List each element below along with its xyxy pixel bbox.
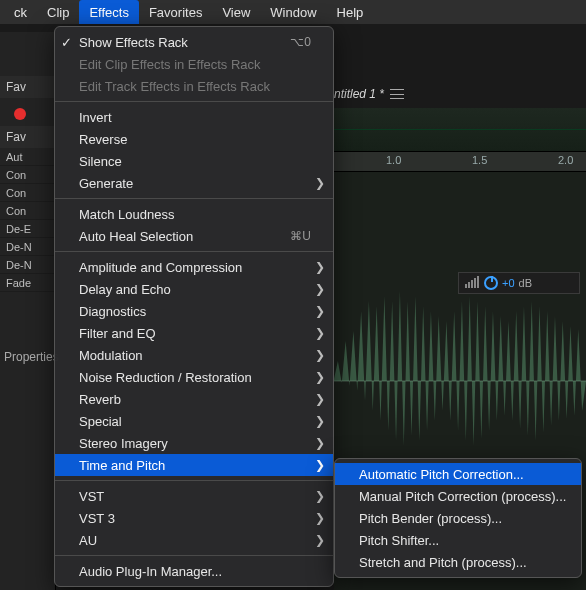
volume-knob-icon[interactable] <box>484 276 498 290</box>
menu-item-label: Edit Track Effects in Effects Rack <box>79 79 270 94</box>
menu-item-modulation[interactable]: Modulation❯ <box>55 344 333 366</box>
submenu-item-pitch-shifter[interactable]: Pitch Shifter... <box>335 529 581 551</box>
submenu-item-label: Pitch Shifter... <box>359 533 439 548</box>
chevron-right-icon: ❯ <box>315 533 325 547</box>
sidebar: Fav FavAutConConConDe-EDe-NDe-NFade <box>0 32 56 590</box>
menu-item-reverse[interactable]: Reverse <box>55 128 333 150</box>
effects-menu: ✓Show Effects Rack⌥0Edit Clip Effects in… <box>54 26 334 587</box>
menu-item-auto-heal-selection[interactable]: Auto Heal Selection⌘U <box>55 225 333 247</box>
menu-help[interactable]: Help <box>327 0 374 24</box>
ruler-tick: 2.0 <box>558 154 573 166</box>
submenu-item-label: Stretch and Pitch (process)... <box>359 555 527 570</box>
chevron-right-icon: ❯ <box>315 304 325 318</box>
time-and-pitch-submenu: Automatic Pitch Correction...Manual Pitc… <box>334 458 582 578</box>
volume-unit: dB <box>519 277 532 289</box>
submenu-item-label: Pitch Bender (process)... <box>359 511 502 526</box>
chevron-right-icon: ❯ <box>315 348 325 362</box>
sidebar-item[interactable]: De-N <box>0 238 55 256</box>
menu-item-special[interactable]: Special❯ <box>55 410 333 432</box>
menubar: ckClipEffectsFavoritesViewWindowHelp <box>0 0 586 24</box>
menu-item-invert[interactable]: Invert <box>55 106 333 128</box>
menu-view[interactable]: View <box>212 0 260 24</box>
properties-panel-header: Properties <box>0 350 59 364</box>
menu-item-label: Modulation <box>79 348 143 363</box>
menu-item-audio-plug-in-manager[interactable]: Audio Plug-In Manager... <box>55 560 333 582</box>
sidebar-item[interactable]: Fade <box>0 274 55 292</box>
sidebar-item[interactable]: De-N <box>0 256 55 274</box>
menu-item-amplitude-and-compression[interactable]: Amplitude and Compression❯ <box>55 256 333 278</box>
panel-list: FavAutConConConDe-EDe-NDe-NFade <box>0 126 55 292</box>
level-bars-icon <box>465 276 480 290</box>
chevron-right-icon: ❯ <box>315 260 325 274</box>
chevron-right-icon: ❯ <box>315 392 325 406</box>
submenu-item-automatic-pitch-correction[interactable]: Automatic Pitch Correction... <box>335 463 581 485</box>
sidebar-item[interactable]: Con <box>0 184 55 202</box>
chevron-right-icon: ❯ <box>315 282 325 296</box>
document-tab[interactable]: ntitled 1 * <box>334 84 582 104</box>
ruler-tick: 1.5 <box>472 154 487 166</box>
shortcut-label: ⌘U <box>290 229 311 243</box>
menu-item-label: Time and Pitch <box>79 458 165 473</box>
shortcut-label: ⌥0 <box>290 35 311 49</box>
chevron-right-icon: ❯ <box>315 511 325 525</box>
menu-item-silence[interactable]: Silence <box>55 150 333 172</box>
menu-item-vst[interactable]: VST❯ <box>55 485 333 507</box>
menu-item-label: Diagnostics <box>79 304 146 319</box>
menu-item-au[interactable]: AU❯ <box>55 529 333 551</box>
chevron-right-icon: ❯ <box>315 326 325 340</box>
ruler-tick: 1.0 <box>386 154 401 166</box>
menu-item-label: Match Loudness <box>79 207 174 222</box>
menu-item-label: Amplitude and Compression <box>79 260 242 275</box>
menu-item-noise-reduction-restoration[interactable]: Noise Reduction / Restoration❯ <box>55 366 333 388</box>
menu-item-label: Reverse <box>79 132 127 147</box>
volume-indicator[interactable]: +0 dB <box>458 272 580 294</box>
menu-item-label: VST 3 <box>79 511 115 526</box>
sidebar-item[interactable]: De-E <box>0 220 55 238</box>
sidebar-item[interactable]: Aut <box>0 148 55 166</box>
menu-item-reverb[interactable]: Reverb❯ <box>55 388 333 410</box>
menu-item-filter-and-eq[interactable]: Filter and EQ❯ <box>55 322 333 344</box>
menu-favorites[interactable]: Favorites <box>139 0 212 24</box>
record-indicator <box>14 108 26 120</box>
menu-item-vst-3[interactable]: VST 3❯ <box>55 507 333 529</box>
menu-effects[interactable]: Effects <box>79 0 139 24</box>
menu-item-label: Noise Reduction / Restoration <box>79 370 252 385</box>
menu-ck[interactable]: ck <box>4 0 37 24</box>
menu-item-label: Audio Plug-In Manager... <box>79 564 222 579</box>
sidebar-item[interactable]: Con <box>0 202 55 220</box>
menu-item-label: Delay and Echo <box>79 282 171 297</box>
sidebar-item[interactable]: Con <box>0 166 55 184</box>
tab-menu-icon[interactable] <box>390 89 404 99</box>
menu-item-label: AU <box>79 533 97 548</box>
menu-item-label: VST <box>79 489 104 504</box>
document-title: ntitled 1 * <box>334 87 384 101</box>
menu-item-label: Stereo Imagery <box>79 436 168 451</box>
menu-item-label: Special <box>79 414 122 429</box>
menu-window[interactable]: Window <box>260 0 326 24</box>
chevron-right-icon: ❯ <box>315 436 325 450</box>
waveform-overview[interactable] <box>334 108 586 152</box>
time-ruler[interactable]: 1.01.52.0 <box>334 152 586 172</box>
menu-item-match-loudness[interactable]: Match Loudness <box>55 203 333 225</box>
menu-item-label: Silence <box>79 154 122 169</box>
chevron-right-icon: ❯ <box>315 458 325 472</box>
chevron-right-icon: ❯ <box>315 489 325 503</box>
check-icon: ✓ <box>61 35 72 50</box>
chevron-right-icon: ❯ <box>315 370 325 384</box>
chevron-right-icon: ❯ <box>315 414 325 428</box>
menu-item-show-effects-rack[interactable]: ✓Show Effects Rack⌥0 <box>55 31 333 53</box>
submenu-item-pitch-bender-process[interactable]: Pitch Bender (process)... <box>335 507 581 529</box>
sidebar-item: Fav <box>0 126 55 148</box>
menu-item-edit-track-effects-in-effects-rack: Edit Track Effects in Effects Rack <box>55 75 333 97</box>
submenu-item-stretch-and-pitch-process[interactable]: Stretch and Pitch (process)... <box>335 551 581 573</box>
menu-item-delay-and-echo[interactable]: Delay and Echo❯ <box>55 278 333 300</box>
submenu-item-manual-pitch-correction-process[interactable]: Manual Pitch Correction (process)... <box>335 485 581 507</box>
menu-item-diagnostics[interactable]: Diagnostics❯ <box>55 300 333 322</box>
menu-item-stereo-imagery[interactable]: Stereo Imagery❯ <box>55 432 333 454</box>
submenu-item-label: Automatic Pitch Correction... <box>359 467 524 482</box>
menu-item-label: Auto Heal Selection <box>79 229 193 244</box>
menu-clip[interactable]: Clip <box>37 0 79 24</box>
menu-item-label: Invert <box>79 110 112 125</box>
menu-item-time-and-pitch[interactable]: Time and Pitch❯ <box>55 454 333 476</box>
menu-item-generate[interactable]: Generate❯ <box>55 172 333 194</box>
